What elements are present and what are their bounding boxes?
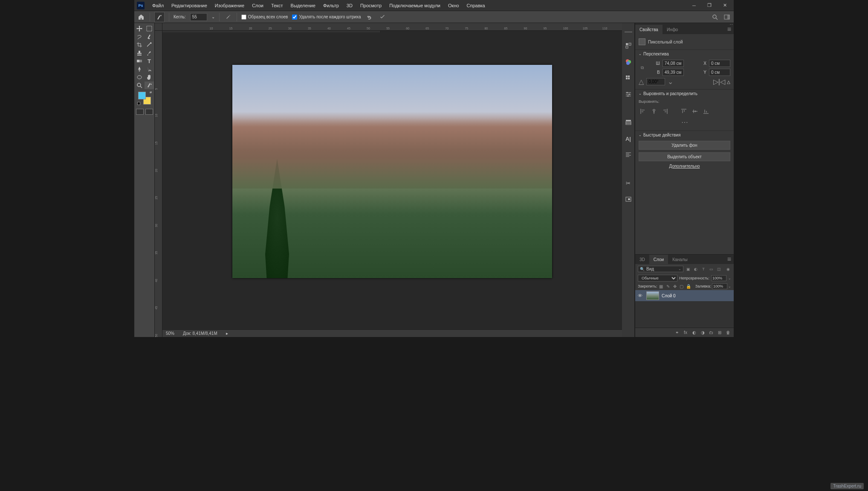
align-center-h-icon[interactable] [650, 107, 658, 116]
canvas-viewport[interactable] [162, 31, 622, 329]
horizontal-ruler[interactable]: 1015202530354045505560657075808590951001… [162, 23, 622, 31]
align-bottom-icon[interactable] [702, 107, 710, 116]
workspace-switcher-icon[interactable] [723, 13, 731, 21]
color-swatches[interactable]: ⇄ [138, 92, 151, 105]
crop-tool[interactable] [135, 41, 144, 49]
flip-horizontal-icon[interactable]: ▷|◁ [713, 78, 725, 86]
align-left-icon[interactable] [639, 107, 647, 116]
remove-background-button[interactable]: Удалить фон [639, 141, 730, 150]
quick-select-tool[interactable] [145, 33, 154, 41]
3d-tab[interactable]: 3D [635, 255, 649, 264]
panel-menu-icon[interactable]: ≡ [725, 26, 734, 33]
adjustment-layer-icon[interactable]: ◑ [699, 329, 706, 337]
lock-position-icon[interactable]: ✥ [672, 283, 678, 289]
x-value[interactable]: 0 см [709, 60, 730, 67]
vertical-ruler[interactable]: 5101520253035404550 [155, 31, 162, 337]
link-wh-icon[interactable]: ⧉ [639, 65, 645, 70]
canvas-image[interactable] [232, 65, 552, 278]
align-right-icon[interactable] [661, 107, 669, 116]
layers-tab[interactable]: Слои [649, 255, 668, 264]
undo-icon[interactable] [365, 13, 374, 21]
menu-файл[interactable]: Файл [149, 1, 167, 10]
maximize-button[interactable]: ❐ [703, 1, 716, 10]
lock-artboard-icon[interactable]: ▢ [679, 283, 685, 289]
home-icon[interactable] [137, 13, 145, 21]
brush-tool[interactable] [145, 49, 154, 57]
channels-tab[interactable]: Каналы [668, 255, 692, 264]
status-more[interactable]: ▸ [226, 331, 228, 336]
flip-vertical-icon[interactable]: ▵ [727, 78, 730, 86]
menu-выделение[interactable]: Выделение [287, 1, 319, 10]
delete-after-stroke-checkbox[interactable]: Удалять после каждого штриха [292, 15, 361, 20]
pen-tool[interactable] [135, 65, 144, 73]
info-tab[interactable]: Инфо [663, 25, 683, 34]
menu-текст[interactable]: Текст [268, 1, 286, 10]
menu-3d[interactable]: 3D [343, 1, 356, 10]
swap-colors-icon[interactable]: ⇄ [150, 91, 152, 94]
paragraph-panel-icon[interactable] [624, 150, 633, 160]
width-value[interactable]: 74,08 см [663, 60, 684, 67]
swatches-panel-icon[interactable] [624, 73, 633, 83]
layer-style-icon[interactable]: fx [682, 329, 689, 337]
layer-row[interactable]: 👁 Слой 0 [635, 290, 734, 301]
properties-tab[interactable]: Свойства [635, 25, 663, 34]
align-center-v-icon[interactable] [691, 107, 699, 116]
hand-tool[interactable] [145, 73, 154, 81]
filter-shape-icon[interactable]: ▭ [708, 266, 714, 272]
minimize-button[interactable]: ─ [688, 1, 700, 10]
more-actions-link[interactable]: Дополнительно [639, 164, 730, 169]
layer-thumbnail[interactable] [646, 291, 659, 300]
fill-input[interactable] [712, 283, 727, 289]
adjustments-panel-icon[interactable] [624, 90, 633, 99]
stamp-tool[interactable] [135, 49, 144, 57]
menu-редактирование[interactable]: Редактирование [168, 1, 211, 10]
select-subject-button[interactable]: Выделить объект [639, 152, 730, 161]
gradient-tool[interactable] [135, 57, 144, 65]
delete-layer-icon[interactable]: 🗑 [724, 329, 732, 337]
close-button[interactable]: ✕ [718, 1, 731, 10]
layer-mask-icon[interactable]: ◐ [690, 329, 698, 337]
opacity-input[interactable] [711, 275, 726, 281]
quick-actions-header[interactable]: ⌄ Быстрые действия [635, 131, 734, 139]
eraser-tool[interactable] [145, 81, 154, 89]
tool-preset-button[interactable] [154, 12, 165, 22]
marquee-tool[interactable] [145, 25, 154, 32]
rotate-value[interactable]: 0,00° [646, 78, 665, 85]
layer-filter[interactable]: 🔍 ⌄ [638, 266, 683, 272]
lock-all-icon[interactable]: 🔒 [686, 283, 692, 289]
menu-изображение[interactable]: Изображение [211, 1, 248, 10]
screen-mode-standard[interactable] [136, 109, 144, 115]
layer-name[interactable]: Слой 0 [662, 293, 676, 298]
rotate-dropdown[interactable]: ⌄ [668, 78, 673, 86]
history-panel-icon[interactable] [624, 41, 633, 50]
default-colors-icon[interactable] [137, 102, 141, 105]
menu-справка[interactable]: Справка [463, 1, 489, 10]
libraries-panel-icon[interactable] [624, 118, 633, 127]
height-value[interactable]: 49,39 см [663, 69, 684, 76]
y-value[interactable]: 0 см [709, 69, 730, 76]
align-top-icon[interactable] [680, 107, 688, 116]
zoom-level[interactable]: 50% [166, 331, 174, 336]
path-select-tool[interactable] [145, 65, 154, 73]
screen-mode-full[interactable] [145, 109, 153, 115]
group-layers-icon[interactable]: 🗀 [707, 329, 715, 337]
character-panel-icon[interactable]: A| [624, 134, 633, 143]
layers-panel-menu-icon[interactable]: ≡ [725, 256, 734, 263]
eyedropper-tool[interactable] [145, 41, 154, 49]
filter-adjust-icon[interactable]: ◐ [693, 266, 699, 272]
brush-settings-icon[interactable] [224, 13, 232, 21]
layer-filter-input[interactable] [646, 267, 677, 271]
menu-слои[interactable]: Слои [249, 1, 267, 10]
menu-просмотр[interactable]: Просмотр [357, 1, 385, 10]
type-tool[interactable]: T [145, 57, 154, 65]
filter-smart-icon[interactable]: ◫ [716, 266, 722, 272]
navigator-panel-icon[interactable] [624, 195, 633, 204]
lasso-tool[interactable] [135, 33, 144, 41]
filter-toggle-icon[interactable]: ◉ [725, 266, 731, 272]
document-size[interactable]: Док: 8,41M/8,41M [183, 331, 217, 336]
color-panel-icon[interactable] [624, 57, 633, 67]
link-layers-icon[interactable]: ⚭ [673, 329, 681, 337]
layer-visibility-icon[interactable]: 👁 [638, 293, 644, 298]
lock-pixels-icon[interactable]: ✎ [665, 283, 671, 289]
sample-all-layers-checkbox[interactable]: Образец всех слоев [241, 15, 288, 20]
